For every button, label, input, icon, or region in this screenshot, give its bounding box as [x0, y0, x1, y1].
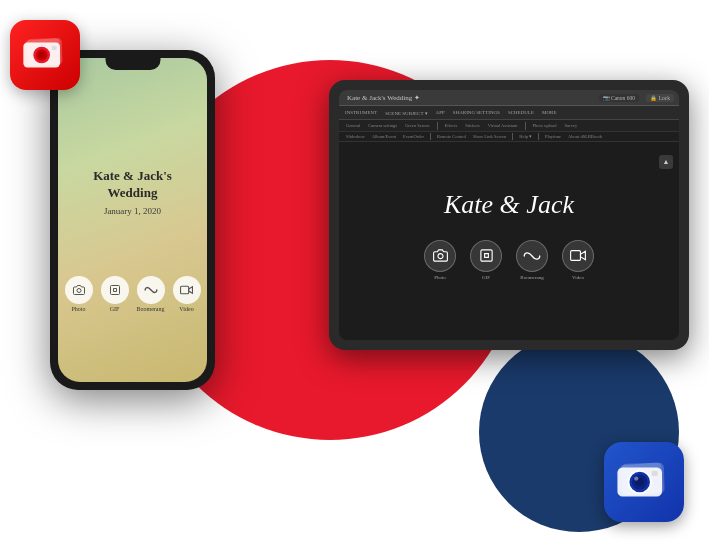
tablet-label-video: Video: [572, 275, 584, 280]
subnav-assistant[interactable]: Virtual Assistant: [487, 123, 519, 128]
tablet-btn-gif[interactable]: [470, 240, 502, 272]
subnav-general[interactable]: General: [345, 123, 361, 128]
tablet-main-content: Kate & Jack Photo: [339, 142, 679, 327]
phone-label-photo: Photo: [71, 306, 85, 312]
phone-btn-photo[interactable]: [65, 276, 93, 304]
tablet-device: Kate & Jack's Wedding ✦ 📷 Canon 600 🔒 Lo…: [329, 80, 689, 350]
phone-device: Kate & Jack's Wedding January 1, 2020 Ph…: [50, 50, 215, 390]
phone-title: Kate & Jack's Wedding: [68, 168, 197, 202]
svg-rect-1: [110, 285, 119, 294]
subnav-help[interactable]: Help ▾: [518, 134, 533, 139]
phone-btn-gif[interactable]: [101, 276, 129, 304]
subnav-photo-upload[interactable]: Photo upload: [532, 123, 558, 128]
phone-subtitle: January 1, 2020: [104, 206, 161, 216]
phone-buttons: Photo GIF: [65, 276, 201, 312]
tablet-nav-schedule[interactable]: SCHEDULE: [508, 110, 534, 115]
tablet-lock-badge: 🔒 Lock: [646, 94, 674, 102]
app-icon-blue[interactable]: [604, 442, 684, 522]
tablet-action-buttons: Photo GIF: [424, 240, 594, 280]
phone-btn-video[interactable]: [173, 276, 201, 304]
tablet-subnav2: Slideshow Album/Event EventOrder Remote …: [339, 132, 679, 142]
tablet-subnav: General Camera settings Green Screen Eff…: [339, 120, 679, 132]
tablet-btn-photo[interactable]: [424, 240, 456, 272]
svg-rect-5: [571, 251, 581, 261]
scene: Kate & Jack's Wedding January 1, 2020 Ph…: [0, 0, 709, 552]
subnav-about[interactable]: About dSLRBooth: [567, 134, 603, 139]
tablet-title-bar: Kate & Jack's Wedding ✦ 📷 Canon 600 🔒 Lo…: [339, 90, 679, 106]
tablet-nav-scene[interactable]: SCENE SUBJECT ▾: [385, 110, 427, 116]
phone-label-gif: GIF: [110, 306, 120, 312]
tablet-btn-boomerang-group: Boomerang: [516, 240, 548, 280]
tablet-camera-badge: 📷 Canon 600: [599, 94, 639, 102]
phone-btn-photo-group: Photo: [65, 276, 93, 312]
subnav-slideshow[interactable]: Slideshow: [345, 134, 366, 139]
tablet-label-gif: GIF: [482, 275, 490, 280]
svg-point-19: [634, 476, 638, 480]
phone-btn-boomerang-group: Boomerang: [137, 276, 165, 312]
svg-rect-20: [652, 471, 658, 476]
phone-btn-boomerang[interactable]: [137, 276, 165, 304]
phone-label-boomerang: Boomerang: [137, 306, 165, 312]
svg-point-3: [438, 254, 443, 259]
subnav-showlink[interactable]: Show Link Screen: [472, 134, 507, 139]
subnav-effects[interactable]: Effects: [444, 123, 459, 128]
subnav-camera[interactable]: Camera settings: [367, 123, 398, 128]
subnav-remote[interactable]: Remote Control: [436, 134, 467, 139]
phone-label-video: Video: [179, 306, 193, 312]
tablet-label-photo: Photo: [434, 275, 446, 280]
app-icon-red[interactable]: [10, 20, 80, 90]
tablet-nav-more[interactable]: MORE: [542, 110, 556, 115]
tablet-nav: INSTRUMENT SCENE SUBJECT ▾ APP SHARING S…: [339, 106, 679, 120]
tablet-nav-instrument[interactable]: INSTRUMENT: [345, 110, 377, 115]
svg-point-11: [38, 52, 45, 59]
subnav-green[interactable]: Green Screen: [404, 123, 430, 128]
tablet-btn-video[interactable]: [562, 240, 594, 272]
subnav-survey[interactable]: Survey: [563, 123, 578, 128]
tablet-btn-boomerang[interactable]: [516, 240, 548, 272]
svg-rect-2: [181, 286, 189, 294]
tablet-btn-photo-group: Photo: [424, 240, 456, 280]
subnav-eventorder[interactable]: EventOrder: [402, 134, 425, 139]
svg-rect-4: [480, 250, 491, 261]
subnav-stickers[interactable]: Stickers: [464, 123, 481, 128]
subnav-playtime[interactable]: Playtime: [544, 134, 562, 139]
phone-btn-gif-group: GIF: [101, 276, 129, 312]
phone-btn-video-group: Video: [173, 276, 201, 312]
tablet-nav-sharing[interactable]: SHARING SETTINGS: [453, 110, 500, 115]
tablet-btn-video-group: Video: [562, 240, 594, 280]
tablet-label-boomerang: Boomerang: [520, 275, 543, 280]
subnav-album[interactable]: Album/Event: [371, 134, 397, 139]
phone-notch: [105, 58, 160, 70]
svg-point-0: [77, 288, 81, 292]
phone-content: Kate & Jack's Wedding January 1, 2020 Ph…: [58, 58, 207, 382]
svg-rect-12: [52, 46, 57, 50]
tablet-btn-gif-group: GIF: [470, 240, 502, 280]
tablet-screen: Kate & Jack's Wedding ✦ 📷 Canon 600 🔒 Lo…: [339, 90, 679, 340]
phone-screen: Kate & Jack's Wedding January 1, 2020 Ph…: [58, 58, 207, 382]
tablet-collapse-btn[interactable]: ▲: [659, 155, 673, 169]
tablet-nav-app[interactable]: APP: [436, 110, 445, 115]
tablet-wedding-title: Kate & Jack: [444, 190, 574, 220]
